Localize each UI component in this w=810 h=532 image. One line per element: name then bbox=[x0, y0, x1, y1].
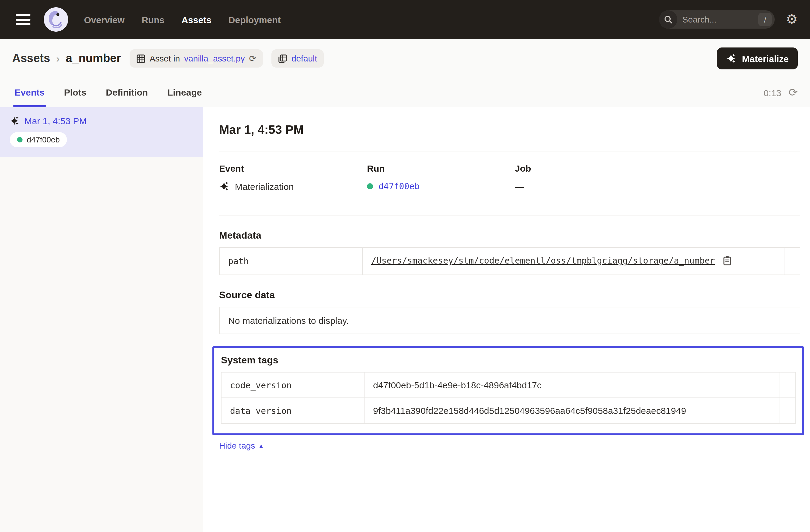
asset-location-badge: Asset in vanilla_asset.py ⟳ bbox=[130, 49, 263, 68]
event-summary: Event Materialization Run d47f00eb Job — bbox=[219, 163, 800, 192]
materialization-sparkle-icon bbox=[10, 116, 19, 126]
dagster-app: Overview Runs Assets Deployment / ⚙ Asse… bbox=[0, 0, 810, 532]
asset-location-prefix: Asset in bbox=[150, 53, 180, 63]
source-data-heading: Source data bbox=[219, 290, 800, 301]
event-type-value: Materialization bbox=[235, 181, 294, 192]
top-nav: Overview Runs Assets Deployment / ⚙ bbox=[0, 0, 810, 39]
nav-item-runs[interactable]: Runs bbox=[142, 14, 164, 25]
system-tags-table: code_version d47f00eb-5d1b-4e9e-b18c-489… bbox=[221, 372, 796, 424]
repo-badge: default bbox=[272, 49, 324, 68]
search-input[interactable] bbox=[678, 15, 759, 25]
hide-tags-link[interactable]: Hide tags ▲ bbox=[219, 441, 264, 450]
asset-file-link[interactable]: vanilla_asset.py bbox=[184, 53, 245, 63]
asset-tabs: Events Plots Definition Lineage 0:13 ⟳ bbox=[0, 78, 810, 107]
reload-location-icon[interactable]: ⟳ bbox=[249, 54, 256, 63]
menu-icon[interactable] bbox=[16, 14, 30, 25]
system-tags-highlight-box: System tags code_version d47f00eb-5d1b-4… bbox=[212, 346, 804, 435]
tab-definition[interactable]: Definition bbox=[105, 78, 149, 107]
nav-links: Overview Runs Assets Deployment bbox=[84, 14, 281, 25]
copy-path-icon[interactable] bbox=[723, 256, 731, 267]
dagster-logo[interactable] bbox=[44, 7, 68, 32]
search-icon bbox=[659, 10, 678, 29]
metadata-key: path bbox=[220, 247, 362, 275]
event-run-pill[interactable]: d47f00eb bbox=[10, 132, 67, 147]
breadcrumb: Assets › a_number bbox=[12, 52, 121, 65]
event-timestamp: Mar 1, 4:53 PM bbox=[25, 116, 87, 126]
breadcrumb-separator: › bbox=[56, 53, 60, 65]
tag-key: code_version bbox=[221, 372, 364, 398]
asset-name: a_number bbox=[66, 52, 121, 65]
event-detail-title: Mar 1, 4:53 PM bbox=[219, 123, 800, 137]
refresh-icon[interactable]: ⟳ bbox=[789, 87, 798, 98]
nav-item-deployment[interactable]: Deployment bbox=[228, 14, 281, 25]
run-status-dot bbox=[367, 183, 373, 189]
table-row: data_version 9f3b411a390fd22e158d446d5d1… bbox=[221, 398, 796, 423]
materialize-button[interactable]: Materialize bbox=[717, 47, 798, 69]
asset-header: Assets › a_number Asset in vanilla_asset… bbox=[0, 39, 810, 78]
system-tags-heading: System tags bbox=[221, 355, 796, 366]
materialization-sparkle-icon bbox=[219, 181, 229, 192]
event-list-item-selected[interactable]: Mar 1, 4:53 PM d47f00eb bbox=[0, 107, 202, 157]
table-row: path /Users/smackesey/stm/code/elementl/… bbox=[220, 247, 800, 275]
job-column-label: Job bbox=[515, 163, 800, 174]
event-list-sidebar: Mar 1, 4:53 PM d47f00eb bbox=[0, 107, 203, 532]
event-column-label: Event bbox=[219, 163, 367, 174]
chevron-up-icon: ▲ bbox=[258, 442, 264, 449]
tab-lineage[interactable]: Lineage bbox=[166, 78, 203, 107]
refresh-countdown: 0:13 bbox=[763, 87, 781, 98]
tab-plots[interactable]: Plots bbox=[63, 78, 87, 107]
tag-value: 9f3b411a390fd22e158d446d5d12504963596aa6… bbox=[364, 398, 780, 423]
hide-tags-label: Hide tags bbox=[219, 441, 255, 450]
asset-grid-icon bbox=[136, 54, 145, 63]
metadata-table: path /Users/smackesey/stm/code/elementl/… bbox=[219, 247, 800, 275]
source-data-empty-state: No materializations to display. bbox=[219, 307, 800, 334]
table-row: code_version d47f00eb-5d1b-4e9e-b18c-489… bbox=[221, 372, 796, 398]
repo-default-link[interactable]: default bbox=[292, 53, 317, 63]
materialize-label: Materialize bbox=[742, 53, 789, 64]
metadata-heading: Metadata bbox=[219, 230, 800, 241]
run-id-link[interactable]: d47f00eb bbox=[378, 181, 420, 191]
event-run-id: d47f00eb bbox=[27, 135, 60, 144]
metadata-path-link[interactable]: /Users/smackesey/stm/code/elementl/oss/t… bbox=[371, 256, 715, 265]
tag-key: data_version bbox=[221, 398, 364, 423]
nav-item-overview[interactable]: Overview bbox=[84, 14, 125, 25]
job-value: — bbox=[515, 181, 524, 192]
tag-value: d47f00eb-5d1b-4e9e-b18c-4896af4bd17c bbox=[364, 372, 780, 398]
dagster-octopus-icon bbox=[44, 7, 68, 32]
search-shortcut-hint: / bbox=[759, 13, 772, 26]
repo-icon bbox=[278, 54, 287, 63]
settings-gear-icon[interactable]: ⚙ bbox=[786, 13, 798, 26]
breadcrumb-assets-link[interactable]: Assets bbox=[12, 52, 50, 65]
materialize-sparkle-icon bbox=[726, 53, 737, 64]
nav-item-assets[interactable]: Assets bbox=[181, 14, 211, 25]
run-status-dot bbox=[17, 137, 22, 142]
search-box[interactable]: / bbox=[659, 10, 775, 29]
event-detail-panel: Mar 1, 4:53 PM Event Materialization Run… bbox=[203, 107, 810, 532]
tab-events[interactable]: Events bbox=[13, 78, 46, 107]
run-column-label: Run bbox=[367, 163, 515, 174]
